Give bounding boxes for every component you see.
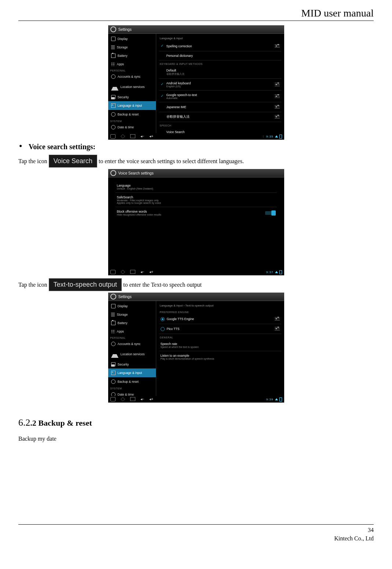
display-icon <box>111 304 116 308</box>
row-language[interactable]: LanguageDefault - English (New Zealand) <box>116 181 277 193</box>
sliders-icon[interactable] <box>275 94 280 99</box>
sliders-icon[interactable] <box>275 115 280 119</box>
section-6-2-2-heading: 6.2.2 Backup & reset <box>18 417 374 428</box>
sidebar-item-backup[interactable]: Backup & reset <box>108 110 156 119</box>
sliders-icon[interactable] <box>275 317 280 321</box>
topbar: Voice Search settings <box>108 169 284 177</box>
display-icon <box>111 37 116 41</box>
home-button[interactable] <box>121 270 125 274</box>
vol-down-button[interactable]: ◂− <box>140 270 144 274</box>
sidebar-section-personal: PERSONAL <box>108 68 156 72</box>
section-preferred-engine: PREFERRED ENGINE <box>159 309 281 314</box>
breadcrumb: Language & input <box>159 35 281 41</box>
language-icon <box>111 371 116 375</box>
instruction-voice-search: Tap the icon Voice Search to enter the v… <box>18 155 374 168</box>
apps-icon <box>111 62 115 66</box>
sidebar-item-storage[interactable]: Storage <box>108 43 156 51</box>
recents-button[interactable] <box>130 397 135 401</box>
row-japanese-ime[interactable]: Japanese IME <box>159 102 281 112</box>
sliders-icon[interactable] <box>275 327 280 331</box>
back-button[interactable] <box>110 397 116 401</box>
status-clock: 9:35 <box>266 135 274 138</box>
row-block-offensive[interactable]: Block offensive wordsHide recognized off… <box>116 207 277 219</box>
sidebar-item-battery[interactable]: Battery <box>108 51 156 60</box>
sidebar-section-system: SYSTEM <box>108 119 156 123</box>
sidebar-item-storage[interactable]: Storage <box>108 311 156 319</box>
sidebar-item-battery[interactable]: Battery <box>108 319 156 327</box>
battery-icon <box>279 270 282 274</box>
sidebar-item-datetime[interactable]: Date & time <box>108 123 156 132</box>
screenshot-tts-output: Settings Display Storage Battery Apps PE… <box>108 293 284 403</box>
radio-off-icon <box>161 327 165 331</box>
topbar-title: Settings <box>118 27 132 32</box>
topbar: Settings <box>108 25 284 34</box>
status-clock: 9:37 <box>266 271 274 274</box>
row-voice-search[interactable]: Voice Search <box>159 128 281 133</box>
screenshot-language-input: Settings Display Storage Battery Apps PE… <box>108 25 284 140</box>
android-navbar: ◂− ◂+ 9:39 <box>108 396 284 403</box>
row-personal-dictionary[interactable]: Personal dictionary <box>159 51 281 60</box>
page-header: MID user manual <box>18 7 374 21</box>
vol-up-button[interactable]: ◂+ <box>149 397 153 401</box>
home-button[interactable] <box>121 134 125 139</box>
gear-icon <box>110 170 116 176</box>
section-general: GENERAL <box>159 334 281 339</box>
row-listen-example[interactable]: Listen to an examplePlay a short demonst… <box>159 351 281 363</box>
row-google-speech[interactable]: Google speech-to-textAutomatic <box>159 91 281 102</box>
voice-search-button-image: Voice Search <box>49 155 97 168</box>
breadcrumb: Language & input › Text-to-speech output <box>159 302 281 309</box>
wifi-icon <box>275 271 278 273</box>
sliders-icon[interactable] <box>275 44 280 48</box>
recents-button[interactable] <box>130 270 135 274</box>
location-icon <box>111 350 118 358</box>
sidebar-item-location[interactable]: Location services <box>108 81 156 93</box>
sliders-icon[interactable] <box>275 82 280 87</box>
sync-icon <box>111 342 116 346</box>
vol-up-button[interactable]: ◂+ <box>149 270 153 274</box>
sidebar-item-language[interactable]: Language & input <box>108 368 156 377</box>
back-button[interactable] <box>110 270 116 274</box>
row-google-tts[interactable]: Google TTS Engine <box>159 314 281 324</box>
vol-down-button[interactable]: ◂− <box>140 397 144 401</box>
row-android-keyboard[interactable]: Android keyboardEnglish (US) <box>159 79 281 91</box>
sidebar-item-language[interactable]: Language & input <box>108 101 156 110</box>
sliders-icon[interactable] <box>275 105 280 109</box>
status-clock: 9:39 <box>266 398 274 401</box>
battery-icon <box>279 397 282 401</box>
toggle-on[interactable] <box>265 211 275 215</box>
row-speech-rate[interactable]: Speech rateSpeed at which the text is sp… <box>159 339 281 351</box>
instruction-tts: Tap the icon Text-to-speech output to en… <box>18 278 374 291</box>
recents-button[interactable] <box>130 134 135 138</box>
vol-up-button[interactable]: ◂+ <box>149 134 153 139</box>
backup-my-date-text: Backup my date <box>18 436 374 442</box>
backup-icon <box>111 112 116 117</box>
sidebar-item-security[interactable]: Security <box>108 360 156 368</box>
sidebar-item-display[interactable]: Display <box>108 302 156 311</box>
sidebar-item-security[interactable]: Security <box>108 93 156 101</box>
back-button[interactable] <box>110 134 116 139</box>
voice-search-content: LanguageDefault - English (New Zealand) … <box>108 177 284 269</box>
sidebar-item-accounts[interactable]: Accounts & sync <box>108 339 156 348</box>
section-keyboard: KEYBOARD & INPUT METHODS <box>159 60 281 66</box>
page-number: 34 <box>18 526 374 534</box>
row-spelling-correction[interactable]: Spelling correction <box>159 41 281 51</box>
settings-sidebar: Display Storage Battery Apps PERSONAL Ac… <box>108 301 156 396</box>
android-navbar: ◂− ◂+ ⋮ 9:35 <box>108 133 284 140</box>
vol-down-button[interactable]: ◂− <box>140 134 144 139</box>
sidebar-item-display[interactable]: Display <box>108 34 156 43</box>
sidebar-item-datetime[interactable]: Date & time <box>108 390 156 396</box>
sidebar-item-backup[interactable]: Backup & reset <box>108 377 156 386</box>
home-button[interactable] <box>121 397 125 401</box>
sidebar-item-accounts[interactable]: Accounts & sync <box>108 72 156 81</box>
sidebar-item-apps[interactable]: Apps <box>108 327 156 335</box>
sidebar-item-apps[interactable]: Apps <box>108 60 156 68</box>
check-icon <box>161 83 164 87</box>
storage-icon <box>111 313 115 316</box>
row-safesearch[interactable]: SafeSearchModerate - Filter explicit ima… <box>116 193 277 207</box>
sidebar-item-location[interactable]: Location services <box>108 348 156 360</box>
header-title: MID user manual <box>301 7 374 19</box>
row-pinyin[interactable]: 谷歌拼音输入法 <box>159 112 281 122</box>
row-default-ime[interactable]: Default谷歌拼音输入法 <box>159 66 281 79</box>
sidebar-section-personal: PERSONAL <box>108 335 156 339</box>
row-pico-tts[interactable]: Pico TTS <box>159 324 281 334</box>
